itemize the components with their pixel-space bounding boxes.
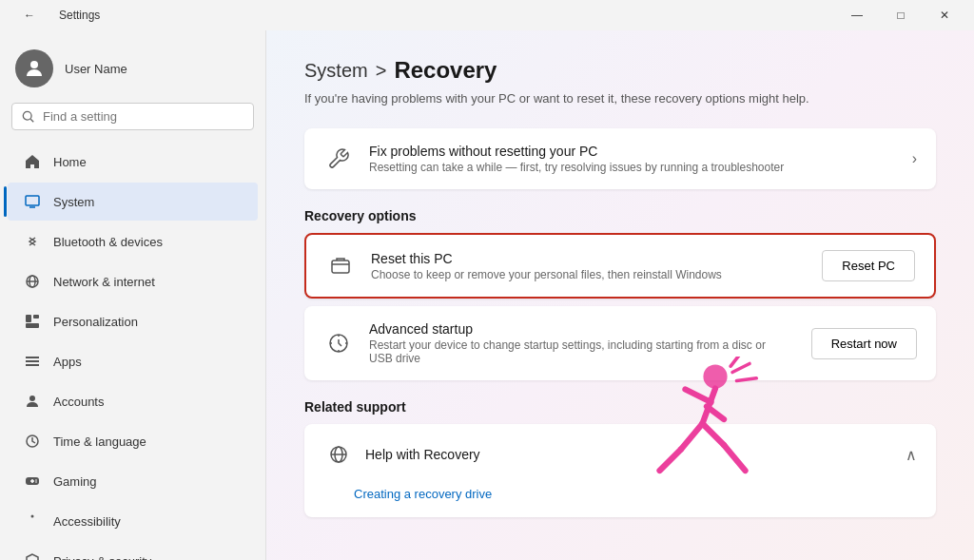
svg-rect-12 bbox=[26, 360, 39, 362]
sidebar-user: User Name bbox=[0, 38, 265, 103]
sidebar-item-personalization[interactable]: Personalization bbox=[8, 302, 258, 340]
nav-label-apps: Apps bbox=[53, 355, 82, 369]
fix-problems-desc: Resetting can take a while — first, try … bbox=[369, 161, 897, 174]
reset-pc-title: Reset this PC bbox=[371, 251, 791, 266]
wrench-icon bbox=[323, 144, 354, 174]
nav-label-home: Home bbox=[53, 155, 87, 169]
sidebar-item-accounts[interactable]: Accounts bbox=[8, 382, 258, 420]
breadcrumb-separator: > bbox=[376, 60, 387, 82]
advanced-startup-icon bbox=[323, 328, 354, 358]
search-icon bbox=[22, 110, 35, 124]
svg-rect-22 bbox=[332, 261, 349, 273]
advanced-startup-desc: Restart your device to change startup se… bbox=[369, 338, 781, 365]
help-recovery-body: Creating a recovery drive bbox=[304, 485, 936, 517]
svg-rect-3 bbox=[26, 196, 39, 205]
accounts-icon bbox=[23, 392, 42, 411]
close-button[interactable]: ✕ bbox=[923, 0, 966, 30]
svg-point-19 bbox=[35, 479, 37, 481]
titlebar-left: ← Settings bbox=[8, 0, 100, 30]
reset-icon bbox=[325, 251, 356, 281]
help-recovery-header[interactable]: Help with Recovery ∧ bbox=[304, 424, 936, 485]
advanced-startup-text: Advanced startup Restart your device to … bbox=[369, 321, 781, 365]
nav-label-network: Network & internet bbox=[53, 275, 155, 289]
help-recovery-card: Help with Recovery ∧ Creating a recovery… bbox=[304, 424, 936, 517]
breadcrumb-parent: System bbox=[304, 60, 368, 82]
nav-label-bluetooth: Bluetooth & devices bbox=[53, 235, 163, 249]
sidebar-item-privacy[interactable]: Privacy & security bbox=[8, 542, 258, 560]
svg-point-1 bbox=[23, 111, 31, 120]
sidebar-item-gaming[interactable]: Gaming bbox=[8, 462, 258, 500]
sidebar-item-bluetooth[interactable]: Bluetooth & devices bbox=[8, 222, 258, 261]
page-subtitle: If you're having problems with your PC o… bbox=[304, 91, 936, 106]
home-icon bbox=[23, 152, 42, 171]
maximize-button[interactable]: □ bbox=[879, 0, 923, 30]
apps-icon bbox=[23, 352, 42, 371]
content-area: System > Recovery If you're having probl… bbox=[266, 30, 974, 560]
svg-rect-11 bbox=[26, 357, 39, 358]
breadcrumb-current: Recovery bbox=[394, 57, 497, 84]
recovery-options-label: Recovery options bbox=[304, 208, 936, 223]
recovery-drive-link[interactable]: Creating a recovery drive bbox=[354, 487, 492, 501]
personalization-icon bbox=[23, 312, 42, 331]
svg-rect-13 bbox=[26, 364, 39, 366]
sidebar-item-accessibility[interactable]: Accessibility bbox=[8, 502, 258, 540]
app-body: User Name Home System Bluetooth & device… bbox=[0, 30, 974, 560]
svg-line-2 bbox=[30, 119, 33, 122]
svg-rect-9 bbox=[26, 315, 31, 322]
fix-problems-title: Fix problems without resetting your PC bbox=[369, 144, 897, 159]
search-input[interactable] bbox=[43, 109, 244, 124]
svg-point-0 bbox=[30, 61, 38, 68]
titlebar-controls: — □ ✕ bbox=[835, 0, 966, 30]
svg-rect-8 bbox=[26, 323, 39, 328]
minimize-button[interactable]: — bbox=[835, 0, 879, 30]
svg-rect-10 bbox=[33, 315, 39, 319]
search-box[interactable] bbox=[11, 103, 254, 130]
sidebar: User Name Home System Bluetooth & device… bbox=[0, 30, 266, 560]
nav-label-time: Time & language bbox=[53, 434, 146, 449]
avatar bbox=[15, 49, 53, 87]
titlebar: ← Settings — □ ✕ bbox=[0, 0, 974, 30]
user-name: User Name bbox=[65, 62, 127, 76]
network-icon bbox=[23, 272, 42, 291]
privacy-icon bbox=[23, 551, 42, 560]
breadcrumb: System > Recovery bbox=[304, 57, 936, 84]
globe-icon bbox=[323, 439, 354, 470]
help-recovery-title: Help with Recovery bbox=[365, 447, 480, 462]
help-chevron-icon: ∧ bbox=[906, 446, 917, 464]
system-icon bbox=[23, 192, 42, 211]
nav-label-gaming: Gaming bbox=[53, 474, 97, 489]
reset-pc-card: Reset this PC Choose to keep or remove y… bbox=[304, 233, 936, 299]
svg-point-20 bbox=[35, 481, 37, 483]
accessibility-icon bbox=[23, 512, 42, 531]
nav-label-privacy: Privacy & security bbox=[53, 554, 151, 561]
fix-problems-text: Fix problems without resetting your PC R… bbox=[369, 144, 897, 174]
fix-problems-card[interactable]: Fix problems without resetting your PC R… bbox=[304, 128, 936, 189]
nav-label-system: System bbox=[53, 195, 94, 209]
restart-now-button[interactable]: Restart now bbox=[811, 328, 917, 359]
advanced-startup-title: Advanced startup bbox=[369, 321, 781, 337]
svg-point-14 bbox=[29, 396, 35, 401]
sidebar-item-network[interactable]: Network & internet bbox=[8, 262, 258, 300]
help-recovery-left: Help with Recovery bbox=[323, 439, 480, 470]
sidebar-item-apps[interactable]: Apps bbox=[8, 342, 258, 380]
sidebar-item-home[interactable]: Home bbox=[8, 143, 258, 181]
advanced-startup-card: Advanced startup Restart your device to … bbox=[304, 306, 936, 380]
nav-label-personalization: Personalization bbox=[53, 315, 138, 329]
reset-pc-text: Reset this PC Choose to keep or remove y… bbox=[371, 251, 791, 281]
app-title: Settings bbox=[59, 9, 100, 22]
sidebar-item-system[interactable]: System bbox=[8, 183, 258, 221]
nav-label-accounts: Accounts bbox=[53, 395, 104, 409]
sidebar-item-time[interactable]: Time & language bbox=[8, 422, 258, 460]
nav-label-accessibility: Accessibility bbox=[53, 514, 121, 529]
gaming-icon bbox=[23, 472, 42, 491]
back-button[interactable]: ← bbox=[8, 0, 51, 30]
fix-chevron-icon: › bbox=[912, 150, 917, 167]
reset-pc-desc: Choose to keep or remove your personal f… bbox=[371, 268, 791, 281]
svg-point-21 bbox=[31, 515, 34, 518]
reset-pc-button[interactable]: Reset PC bbox=[822, 250, 915, 281]
time-icon bbox=[23, 432, 42, 451]
related-support-label: Related support bbox=[304, 399, 936, 415]
bluetooth-icon bbox=[23, 232, 42, 251]
